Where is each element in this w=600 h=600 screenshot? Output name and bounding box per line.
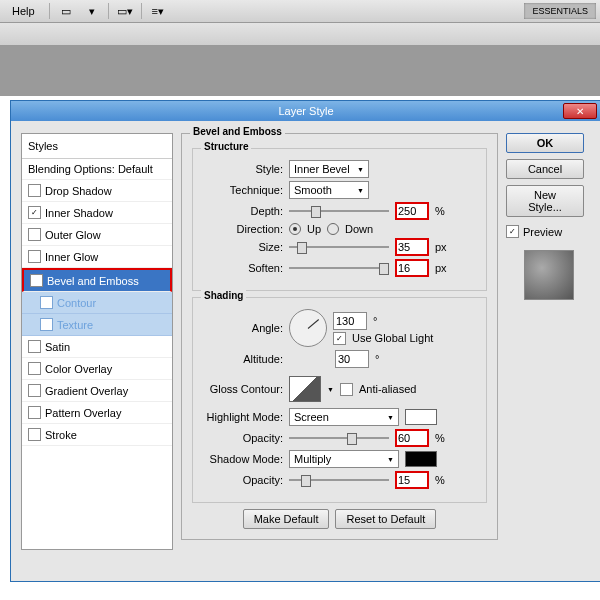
align-icon[interactable]: ≡▾ <box>148 3 168 19</box>
options-bar <box>0 23 600 46</box>
screen-mode-icon[interactable]: ▭▾ <box>115 3 135 19</box>
tool-icon-1[interactable]: ▭ <box>56 3 76 19</box>
workspace-switcher[interactable]: ESSENTIALS <box>524 3 596 19</box>
tool-dropdown-1[interactable]: ▾ <box>82 3 102 19</box>
canvas-area <box>0 46 600 96</box>
app-menubar: Help ▭ ▾ ▭▾ ≡▾ ESSENTIALS <box>0 0 600 23</box>
menu-help[interactable]: Help <box>4 3 43 19</box>
